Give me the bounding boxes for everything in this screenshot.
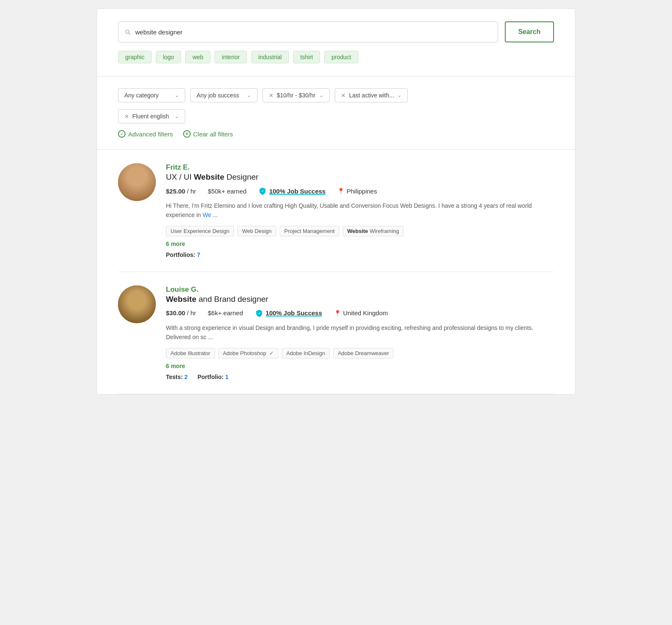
filter-last-active-label: Last active with... (349, 92, 394, 99)
avatar (118, 285, 156, 323)
filter-last-active[interactable]: ✕ Last active with... ⌄ (335, 88, 408, 102)
clear-filters-icon: ✕ (183, 130, 191, 138)
chevron-down-icon: ⌄ (319, 92, 323, 98)
meta-row: $25.00 / hr$50k+ earned ✓ 100% Job Succe… (166, 187, 554, 195)
filter-job-success-label: Any job success (197, 92, 239, 99)
filter-row-1: Any category ⌄ Any job success ⌄ ✕ $10/h… (118, 88, 554, 102)
svg-point-0 (118, 163, 156, 201)
rate: $30.00 / hr (166, 309, 196, 316)
location-pin-icon: 📍 (334, 310, 341, 316)
search-button[interactable]: Search (505, 21, 554, 42)
search-tag[interactable]: product (324, 51, 358, 63)
svg-point-11 (127, 291, 147, 303)
card-content: Louise G.Website and Brand designer$30.0… (166, 285, 554, 380)
search-input[interactable]: website designer (135, 29, 492, 36)
svg-point-1 (125, 180, 149, 197)
filter-language-label: Fluent english (132, 113, 169, 120)
rate: $25.00 / hr (166, 188, 196, 195)
advanced-filters-icon: ✓ (118, 130, 126, 138)
freelancer-name[interactable]: Louise G. (166, 285, 554, 294)
freelancer-card: Fritz E.UX / UI Website Designer$25.00 /… (118, 150, 554, 272)
filter-category-label: Any category (124, 92, 159, 99)
chevron-down-icon: ⌄ (247, 92, 251, 98)
search-icon (124, 29, 131, 35)
portfolio-label: Portfolios: (166, 251, 195, 258)
skill-tag[interactable]: Adobe Dreamweaver (333, 348, 394, 358)
portfolio-info: Portfolios: 7 (166, 251, 554, 258)
skill-tag[interactable]: Website Wireframing (343, 226, 404, 236)
job-success-label: 100% Job Success (269, 188, 326, 195)
location: 📍 Philippines (337, 188, 377, 195)
skill-tag[interactable]: Adobe Illustrator (166, 348, 215, 358)
freelancer-name[interactable]: Fritz E. (166, 163, 554, 172)
job-success: ✓ 100% Job Success (258, 187, 326, 195)
description: Hi There, I'm Fritz Elemino and I love c… (166, 201, 554, 220)
svg-point-7 (118, 285, 156, 323)
filters-section: Any category ⌄ Any job success ⌄ ✕ $10/h… (97, 76, 575, 150)
search-tag[interactable]: graphic (118, 51, 152, 63)
more-skills-link[interactable]: 6 more (166, 363, 554, 369)
filter-actions: ✓ Advanced filters ✕ Clear all filters (118, 130, 554, 138)
svg-point-8 (128, 292, 146, 311)
description: With a strong experience in visual Desig… (166, 323, 554, 342)
svg-text:✓: ✓ (257, 311, 260, 315)
page-wrapper: website designer Search graphiclogowebin… (97, 8, 575, 395)
svg-rect-10 (124, 311, 150, 323)
search-tag[interactable]: logo (156, 51, 181, 63)
search-input-wrapper[interactable]: website designer (118, 21, 498, 42)
skills-row: User Experience DesignWeb DesignProject … (166, 226, 554, 236)
skills-row: Adobe IllustratorAdobe Photoshop ✓Adobe … (166, 348, 554, 358)
close-icon[interactable]: ✕ (341, 92, 346, 99)
skill-tag[interactable]: Adobe Photoshop ✓ (218, 348, 278, 358)
search-tag[interactable]: tshirt (293, 51, 320, 63)
advanced-filters-label: Advanced filters (128, 131, 173, 138)
freelancer-title: UX / UI Website Designer (166, 173, 554, 182)
location-name: Philippines (346, 188, 377, 195)
earned: $50k+ earned (208, 188, 247, 195)
location-name: United Kingdom (343, 309, 388, 316)
search-section: website designer Search graphiclogowebin… (97, 9, 575, 76)
close-icon[interactable]: ✕ (269, 92, 273, 99)
portfolio-info: Tests: 2 Portfolio: 1 (166, 374, 554, 380)
skill-tag[interactable]: Adobe InDesign (282, 348, 330, 358)
freelancer-title: Website and Brand designer (166, 295, 554, 304)
svg-point-2 (129, 170, 145, 186)
job-success: ✓ 100% Job Success (255, 309, 322, 317)
svg-text:✓: ✓ (261, 189, 264, 193)
filter-rate[interactable]: ✕ $10/hr - $30/hr ⌄ (262, 88, 330, 102)
card-content: Fritz E.UX / UI Website Designer$25.00 /… (166, 163, 554, 258)
shield-icon: ✓ (255, 309, 263, 317)
advanced-filters-button[interactable]: ✓ Advanced filters (118, 130, 173, 138)
svg-point-4 (129, 170, 144, 186)
filter-language[interactable]: ✕ Fluent english ⌄ (118, 109, 185, 123)
search-tag[interactable]: web (185, 51, 210, 63)
portfolio-count[interactable]: 1 (225, 374, 228, 380)
clear-filters-label: Clear all filters (193, 131, 233, 138)
avatar (118, 163, 156, 201)
search-tag[interactable]: interior (215, 51, 247, 63)
svg-rect-5 (126, 191, 147, 201)
close-icon[interactable]: ✕ (124, 113, 129, 120)
location-pin-icon: 📍 (337, 188, 344, 194)
tests-count[interactable]: 2 (184, 374, 188, 380)
earned: $6k+ earned (208, 309, 243, 316)
skill-tag[interactable]: Web Design (237, 226, 276, 236)
filter-category[interactable]: Any category ⌄ (118, 88, 185, 102)
job-success-label: 100% Job Success (266, 309, 322, 316)
skill-tag[interactable]: User Experience Design (166, 226, 234, 236)
search-tag[interactable]: industrial (251, 51, 289, 63)
filter-job-success[interactable]: Any job success ⌄ (190, 88, 257, 102)
svg-point-3 (128, 169, 146, 183)
svg-point-9 (124, 307, 150, 322)
location: 📍 United Kingdom (334, 309, 388, 316)
filter-rate-label: $10/hr - $30/hr (277, 92, 315, 99)
tags-row: graphiclogowebinteriorindustrialtshirtpr… (118, 51, 554, 63)
chevron-down-icon: ⌄ (175, 113, 179, 119)
results-section: Fritz E.UX / UI Website Designer$25.00 /… (97, 150, 575, 394)
clear-filters-button[interactable]: ✕ Clear all filters (183, 130, 233, 138)
meta-row: $30.00 / hr$6k+ earned ✓ 100% Job Succes… (166, 309, 554, 317)
skill-tag[interactable]: Project Management (280, 226, 339, 236)
portfolio-count[interactable]: 7 (197, 251, 200, 258)
tests-label: Tests: (166, 374, 183, 380)
more-skills-link[interactable]: 6 more (166, 241, 554, 247)
